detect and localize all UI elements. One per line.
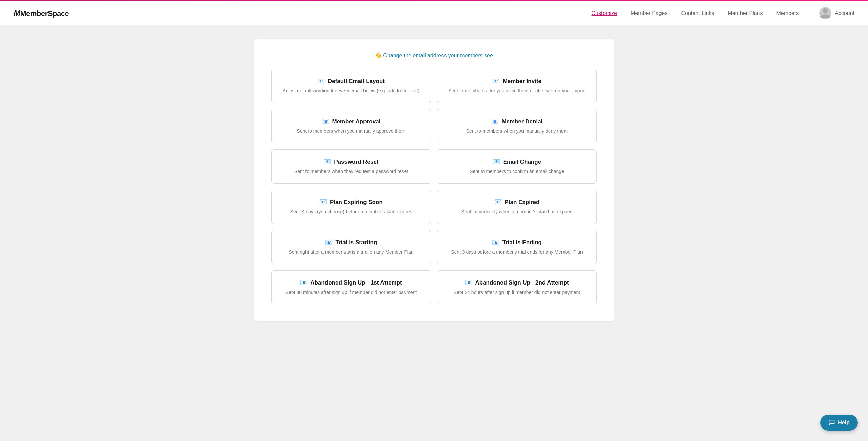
nav-link-member-pages[interactable]: Member Pages — [631, 10, 668, 16]
envelope-icon: 📧 — [493, 158, 500, 165]
email-change-link[interactable]: Change the email address your members se… — [383, 52, 493, 58]
card-title: 📧 Plan Expiring Soon — [282, 198, 420, 206]
card-desc: Sent to members after you invite them or… — [448, 87, 586, 94]
card-desc: Sent 30 minutes after sign up if member … — [282, 289, 420, 296]
card-title: 📧 Member Invite — [448, 77, 586, 85]
card-desc: Sent to members when you manually deny t… — [448, 128, 586, 135]
email-change-section: 👋 Change the email address your members … — [271, 52, 597, 59]
card-title: 📧 Default Email Layout — [282, 77, 420, 85]
nav-item-members[interactable]: Members — [776, 10, 799, 16]
account-label: Account — [835, 10, 854, 16]
card-title: 📧 Password Reset — [282, 158, 420, 165]
card-title: 📧 Abandoned Sign Up - 2nd Attempt — [448, 279, 586, 286]
envelope-icon: 📧 — [491, 118, 499, 125]
logo-text: MMemberSpace — [14, 8, 69, 18]
avatar — [819, 7, 831, 19]
envelope-icon: 📧 — [492, 78, 500, 84]
email-card[interactable]: 📧 Trial Is Ending Sent 3 days before a m… — [437, 230, 597, 264]
email-card[interactable]: 📧 Trial Is Starting Sent right after a m… — [271, 230, 431, 264]
email-change-emoji: 👋 — [375, 52, 382, 58]
card-title: 📧 Abandoned Sign Up - 1st Attempt — [282, 279, 420, 286]
email-card[interactable]: 📧 Member Invite Sent to members after yo… — [437, 69, 597, 103]
envelope-icon: 📧 — [465, 279, 472, 286]
card-desc: Sent 3 days before a member's trial ends… — [448, 249, 586, 256]
account-menu[interactable]: Account — [819, 7, 854, 19]
cards-grid: 📧 Default Email Layout Adjust default wo… — [271, 69, 597, 304]
nav-item-content-links[interactable]: Content Links — [681, 10, 714, 16]
card-title: 📧 Email Change — [448, 158, 586, 165]
logo[interactable]: MMemberSpace — [14, 8, 69, 18]
card-desc: Sent right after a member starts a trial… — [282, 249, 420, 256]
nav-link-members[interactable]: Members — [776, 10, 799, 16]
email-card[interactable]: 📧 Abandoned Sign Up - 2nd Attempt Sent 2… — [437, 270, 597, 304]
email-card[interactable]: 📧 Abandoned Sign Up - 1st Attempt Sent 3… — [271, 270, 431, 304]
main-content: 👋 Change the email address your members … — [248, 25, 620, 335]
card-title: 📧 Trial Is Starting — [282, 238, 420, 246]
nav-item-member-pages[interactable]: Member Pages — [631, 10, 668, 16]
envelope-icon: 📧 — [319, 198, 327, 205]
nav-link-content-links[interactable]: Content Links — [681, 10, 714, 16]
envelope-icon: 📧 — [325, 239, 333, 246]
card-title: 📧 Member Denial — [448, 118, 586, 125]
help-button[interactable]: Help — [820, 415, 858, 431]
card-title: 📧 Trial Is Ending — [448, 238, 586, 246]
email-card[interactable]: 📧 Email Change Sent to members to confir… — [437, 149, 597, 184]
help-label: Help — [838, 420, 850, 426]
card-title: 📧 Member Approval — [282, 118, 420, 125]
nav-link-member-plans[interactable]: Member Plans — [728, 10, 763, 16]
white-container: 👋 Change the email address your members … — [254, 39, 614, 321]
card-desc: Sent to members when they request a pass… — [282, 168, 420, 175]
navbar: MMemberSpace Customize Member Pages Cont… — [0, 1, 868, 25]
envelope-icon: 📧 — [322, 118, 329, 125]
nav-item-customize[interactable]: Customize — [591, 10, 617, 16]
email-card[interactable]: 📧 Password Reset Sent to members when th… — [271, 149, 431, 184]
envelope-icon: 📧 — [492, 239, 499, 246]
envelope-icon: 📧 — [323, 158, 331, 165]
envelope-icon: 📧 — [494, 198, 502, 205]
card-title: 📧 Plan Expired — [448, 198, 586, 206]
email-card[interactable]: 📧 Member Denial Sent to members when you… — [437, 109, 597, 143]
card-desc: Sent 24 hours after sign up if member di… — [448, 289, 586, 296]
nav-link-customize[interactable]: Customize — [591, 10, 617, 16]
envelope-icon: 📧 — [300, 279, 308, 286]
email-card[interactable]: 📧 Default Email Layout Adjust default wo… — [271, 69, 431, 103]
envelope-icon: 📧 — [317, 78, 325, 84]
nav-links: Customize Member Pages Content Links Mem… — [591, 10, 799, 16]
chat-icon — [828, 419, 835, 426]
card-desc: Sent to members to confirm an email chan… — [448, 168, 586, 175]
card-desc: Adjust default wording for every email b… — [282, 87, 420, 94]
card-desc: Sent to members when you manually approv… — [282, 128, 420, 135]
email-card[interactable]: 📧 Member Approval Sent to members when y… — [271, 109, 431, 143]
card-desc: Sent immediately when a member's plan ha… — [448, 208, 586, 215]
email-card[interactable]: 📧 Plan Expiring Soon Sent X days (you ch… — [271, 190, 431, 224]
card-desc: Sent X days (you choose) before a member… — [282, 208, 420, 215]
email-card[interactable]: 📧 Plan Expired Sent immediately when a m… — [437, 190, 597, 224]
nav-item-member-plans[interactable]: Member Plans — [728, 10, 763, 16]
user-icon — [819, 7, 831, 19]
